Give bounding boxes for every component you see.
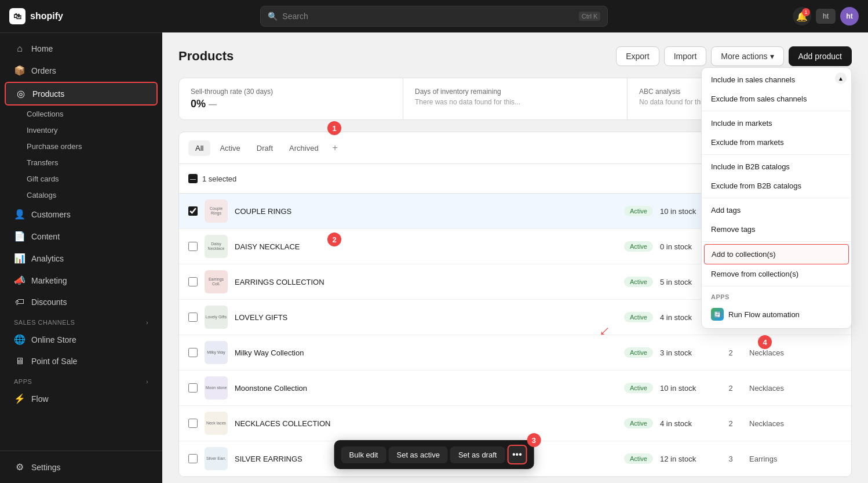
sidebar-bottom: ⚙ Settings <box>0 451 162 483</box>
sidebar-item-orders[interactable]: 📦 Orders <box>5 60 158 81</box>
pos-icon: 🖥 <box>14 356 25 366</box>
import-button[interactable]: Import <box>664 46 707 66</box>
sidebar-item-label-content: Content <box>31 232 60 241</box>
sidebar-item-products[interactable]: ◎ Products <box>5 82 158 106</box>
dropdown-scroll-hint[interactable]: ▲ <box>835 72 847 84</box>
add-product-button[interactable]: Add product <box>789 46 852 66</box>
pos-label: Point of Sale <box>31 357 77 366</box>
status-badge: Active <box>624 347 653 358</box>
user-avatar[interactable]: ht <box>840 7 859 26</box>
sidebar-sub-inventory[interactable]: Inventory <box>17 122 162 138</box>
status-badge: Active <box>624 418 653 428</box>
product-thumbnail: Milky Way <box>205 341 228 364</box>
sidebar-item-marketing[interactable]: 📣 Marketing <box>5 270 158 291</box>
dropdown-remove-collection[interactable]: Remove from collection(s) <box>702 264 851 284</box>
dropdown-exclude-markets[interactable]: Exclude from markets <box>702 133 851 152</box>
table-row[interactable]: Milky Way Milky Way Collection Active 3 … <box>179 335 851 371</box>
set-draft-button[interactable]: Set as draft <box>450 446 505 463</box>
stat-days-inventory-sub: There was no data found for this... <box>415 98 615 106</box>
dropdown-run-flow[interactable]: 🔄 Run Flow automation <box>702 303 851 326</box>
sidebar-sub-transfers[interactable]: Transfers <box>17 155 162 170</box>
status-badge: Active <box>624 206 653 216</box>
tab-draft[interactable]: Draft <box>250 140 280 156</box>
dropdown-exclude-b2b[interactable]: Exclude from B2B catalogs <box>702 176 851 195</box>
row-checkbox[interactable] <box>188 419 198 428</box>
tab-active[interactable]: Active <box>213 140 247 156</box>
product-thumbnail: Couple Rings <box>205 199 228 223</box>
more-actions-label: More actions <box>721 52 767 61</box>
export-button[interactable]: Export <box>616 46 659 66</box>
sidebar-nav: ⌂ Home 📦 Orders ◎ Products Collections I… <box>0 33 162 451</box>
run-flow-label: Run Flow automation <box>728 310 800 319</box>
page-title: Products <box>178 49 234 64</box>
dropdown-include-markets[interactable]: Include in markets <box>702 114 851 133</box>
bulk-edit-button[interactable]: Bulk edit <box>341 446 386 463</box>
tab-all[interactable]: All <box>188 140 210 156</box>
collections-label: Collections <box>27 110 64 118</box>
sidebar-item-flow[interactable]: ⚡ Flow <box>5 388 158 409</box>
purchase-orders-label: Purchase orders <box>27 142 82 151</box>
bulk-more-button[interactable]: ••• <box>507 445 527 464</box>
topbar: 🔍 Ctrl K 🔔 1 ht ht <box>162 0 868 32</box>
markets-count: 2 <box>719 419 742 428</box>
status-badge: Active <box>624 241 653 252</box>
table-row[interactable]: Neck laces NECKLACES COLLECTION Active 4… <box>179 406 851 441</box>
sidebar-item-settings[interactable]: ⚙ Settings <box>5 456 158 478</box>
selected-label: — 1 selected <box>188 174 236 183</box>
dropdown-remove-tags[interactable]: Remove tags <box>702 220 851 239</box>
settings-icon: ⚙ <box>14 462 25 473</box>
row-checkbox[interactable] <box>188 383 198 393</box>
store-button[interactable]: ht <box>816 9 836 24</box>
row-checkbox[interactable] <box>188 454 198 463</box>
products-icon: ◎ <box>15 88 27 99</box>
sidebar-item-content[interactable]: 📄 Content <box>5 226 158 247</box>
status-badge: Active <box>624 277 653 287</box>
dropdown-add-tags[interactable]: Add tags <box>702 201 851 220</box>
dropdown-include-sales[interactable]: Include in sales channels <box>702 70 851 89</box>
shopify-logo-text: shopify <box>30 11 63 21</box>
sidebar-item-home[interactable]: ⌂ Home <box>5 38 158 59</box>
sidebar-item-customers[interactable]: 👤 Customers <box>5 204 158 225</box>
home-icon: ⌂ <box>14 43 25 54</box>
product-name: LOVELY GIFTS <box>235 313 617 322</box>
row-checkbox[interactable] <box>188 277 198 286</box>
sidebar-sub-purchase-orders[interactable]: Purchase orders <box>17 139 162 154</box>
search-icon: 🔍 <box>268 12 278 21</box>
tab-add-button[interactable]: + <box>328 139 342 157</box>
online-store-icon: 🌐 <box>14 334 25 345</box>
row-checkbox[interactable] <box>188 242 198 251</box>
row-checkbox[interactable] <box>188 348 198 357</box>
notification-badge: 1 <box>802 8 810 16</box>
dropdown-exclude-sales[interactable]: Exclude from sales channels <box>702 89 851 108</box>
sidebar-item-label-analytics: Analytics <box>31 254 64 263</box>
search-input[interactable] <box>282 12 574 21</box>
table-row[interactable]: Moon stone Moonstone Collection Active 1… <box>179 371 851 406</box>
set-active-button[interactable]: Set as active <box>388 446 447 463</box>
sidebar-sub-gift-cards[interactable]: Gift cards <box>17 171 162 187</box>
page-header: Products Export Import More actions ▾ Ad… <box>178 46 852 66</box>
notifications-button[interactable]: 🔔 1 <box>793 7 811 26</box>
product-thumbnail: Daisy Necklace <box>205 235 228 258</box>
sidebar-item-discounts[interactable]: 🏷 Discounts <box>5 292 158 313</box>
sidebar-item-point-of-sale[interactable]: 🖥 Point of Sale <box>5 351 158 372</box>
dropdown-apps-section: APPS <box>702 289 851 303</box>
more-actions-button[interactable]: More actions ▾ <box>711 46 783 66</box>
stat-days-inventory: Days of inventory remaining There was no… <box>403 78 628 119</box>
sidebar-item-label-marketing: Marketing <box>31 276 67 285</box>
sidebar-item-online-store[interactable]: 🌐 Online Store <box>5 329 158 350</box>
flow-icon: ⚡ <box>14 393 25 404</box>
sidebar-sub-collections[interactable]: Collections <box>17 106 162 122</box>
sidebar-item-label-discounts: Discounts <box>31 297 67 307</box>
bulk-checkbox[interactable]: — <box>188 174 198 183</box>
sidebar-item-label-customers: Customers <box>31 210 71 219</box>
search-bar[interactable]: 🔍 Ctrl K <box>260 6 608 27</box>
sidebar-item-analytics[interactable]: 📊 Analytics <box>5 248 158 269</box>
row-checkbox[interactable] <box>188 313 198 322</box>
tab-archived[interactable]: Archived <box>282 140 326 156</box>
flow-label: Flow <box>31 394 49 404</box>
dropdown-add-collection[interactable]: Add to collection(s) <box>704 244 849 264</box>
sidebar-sub-catalogs[interactable]: Catalogs <box>17 187 162 203</box>
row-checkbox[interactable] <box>188 206 198 216</box>
dropdown-include-b2b[interactable]: Include in B2B catalogs <box>702 157 851 176</box>
discounts-icon: 🏷 <box>14 297 25 307</box>
